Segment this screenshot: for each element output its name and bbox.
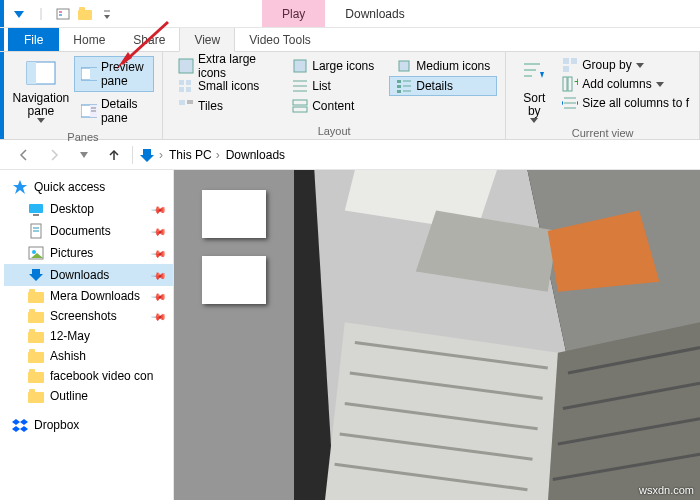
svg-rect-21	[179, 87, 184, 92]
svg-marker-53	[562, 101, 563, 105]
svg-marker-41	[530, 118, 538, 123]
svg-marker-45	[636, 63, 644, 68]
details-pane-button[interactable]: Details pane	[74, 93, 154, 129]
nav-item-outline[interactable]: Outline	[4, 386, 173, 406]
layout-medium[interactable]: Medium icons	[389, 56, 497, 76]
back-button[interactable]	[12, 143, 36, 167]
nav-item-facebook-video-con[interactable]: facebook video con	[4, 366, 173, 386]
add-columns-button[interactable]: +Add columns	[560, 75, 691, 93]
group-layout: Extra large icons Large icons Medium ico…	[163, 52, 506, 139]
preview-pane-button[interactable]: Preview pane	[74, 56, 154, 92]
group-label-layout: Layout	[171, 123, 497, 137]
nav-item-ashish[interactable]: Ashish	[4, 346, 173, 366]
svg-marker-0	[14, 11, 24, 18]
pin-icon: 📌	[151, 245, 167, 261]
layout-extra-large[interactable]: Extra large icons	[171, 56, 277, 76]
context-tab-play[interactable]: Play	[262, 0, 325, 27]
svg-rect-26	[397, 80, 401, 83]
svg-rect-20	[186, 80, 191, 85]
details-pane-icon	[81, 103, 97, 119]
svg-rect-35	[293, 100, 307, 105]
nav-item-12-may[interactable]: 12-May	[4, 326, 173, 346]
layout-tiles[interactable]: Tiles	[171, 96, 277, 116]
quick-access-item[interactable]: Quick access	[4, 176, 173, 198]
thumbnail[interactable]	[202, 190, 266, 238]
nav-item-mera-downloads[interactable]: Mera Downloads📌	[4, 286, 173, 306]
nav-item-label: Outline	[50, 389, 88, 403]
svg-marker-49	[656, 82, 664, 87]
svg-rect-17	[294, 60, 306, 72]
svg-marker-70	[20, 426, 28, 432]
svg-marker-9	[37, 118, 45, 123]
svg-rect-44	[563, 66, 569, 72]
tab-file[interactable]: File	[8, 28, 59, 51]
ribbon-body: Navigation pane Preview pane Details pan…	[0, 52, 700, 140]
window-title: Downloads	[325, 0, 424, 27]
svg-rect-58	[29, 204, 43, 213]
thumbnail[interactable]	[202, 256, 266, 304]
svg-rect-43	[571, 58, 577, 64]
layout-list[interactable]: List	[285, 76, 381, 96]
forward-button[interactable]	[42, 143, 66, 167]
nav-item-label: Screenshots	[50, 309, 117, 323]
layout-details[interactable]: Details	[389, 76, 497, 96]
nav-item-downloads[interactable]: Downloads📌	[4, 264, 173, 286]
down-arrow-icon[interactable]	[10, 5, 28, 23]
star-icon	[12, 179, 28, 195]
chevron-right-icon: ›	[159, 148, 163, 162]
svg-rect-59	[33, 214, 39, 216]
svg-rect-16	[179, 59, 193, 73]
svg-marker-56	[140, 149, 154, 162]
svg-rect-47	[568, 77, 572, 91]
pin-icon: 📌	[151, 267, 167, 283]
sort-by-button[interactable]: Sort by	[514, 56, 554, 125]
layout-content[interactable]: Content	[285, 96, 381, 116]
svg-rect-42	[563, 58, 569, 64]
nav-item-screenshots[interactable]: Screenshots📌	[4, 306, 173, 326]
group-panes: Navigation pane Preview pane Details pan…	[4, 52, 163, 139]
breadcrumb-root[interactable]: ›	[139, 147, 163, 163]
up-button[interactable]	[102, 143, 126, 167]
preview-pane-area	[174, 170, 700, 500]
tab-video-tools[interactable]: Video Tools	[235, 28, 325, 51]
chevron-down-icon	[37, 118, 45, 123]
nav-item-label: Documents	[50, 224, 111, 238]
qat-dropdown-icon[interactable]	[98, 5, 116, 23]
svg-rect-19	[179, 80, 184, 85]
watermark: wsxdn.com	[639, 484, 694, 496]
tab-share[interactable]: Share	[119, 28, 179, 51]
svg-rect-18	[399, 61, 409, 71]
nav-item-pictures[interactable]: Pictures📌	[4, 242, 173, 264]
tab-view[interactable]: View	[179, 28, 235, 52]
svg-point-64	[32, 250, 36, 254]
breadcrumb-this-pc[interactable]: This PC›	[169, 148, 220, 162]
layout-large[interactable]: Large icons	[285, 56, 381, 76]
pin-icon: 📌	[151, 308, 167, 324]
navigation-pane-label: Navigation pane	[13, 92, 70, 118]
svg-rect-32	[179, 100, 185, 105]
tab-home[interactable]: Home	[59, 28, 119, 51]
left-accent	[0, 28, 4, 51]
layout-small[interactable]: Small icons	[171, 76, 277, 96]
svg-rect-8	[27, 62, 36, 84]
nav-item-documents[interactable]: Documents📌	[4, 220, 173, 242]
dropbox-item[interactable]: Dropbox	[4, 414, 173, 436]
nav-item-desktop[interactable]: Desktop📌	[4, 198, 173, 220]
properties-icon[interactable]	[54, 5, 72, 23]
nav-item-label: Desktop	[50, 202, 94, 216]
preview-pane-label: Preview pane	[101, 60, 147, 88]
group-by-button[interactable]: Group by	[560, 56, 691, 74]
navigation-pane-button[interactable]: Navigation pane	[12, 56, 70, 125]
group-current-view: Sort by Group by +Add columns Size all c…	[506, 52, 700, 139]
quick-access-toolbar	[4, 0, 122, 27]
breadcrumb-downloads[interactable]: Downloads	[226, 148, 285, 162]
nav-item-label: facebook video con	[50, 369, 153, 383]
size-columns-button[interactable]: Size all columns to f	[560, 94, 691, 112]
svg-rect-36	[293, 107, 307, 112]
svg-rect-28	[397, 85, 401, 88]
folder-icon[interactable]	[76, 5, 94, 23]
svg-marker-40	[540, 72, 544, 78]
recent-dropdown-icon[interactable]	[72, 143, 96, 167]
svg-rect-46	[563, 77, 567, 91]
svg-rect-11	[90, 68, 97, 80]
